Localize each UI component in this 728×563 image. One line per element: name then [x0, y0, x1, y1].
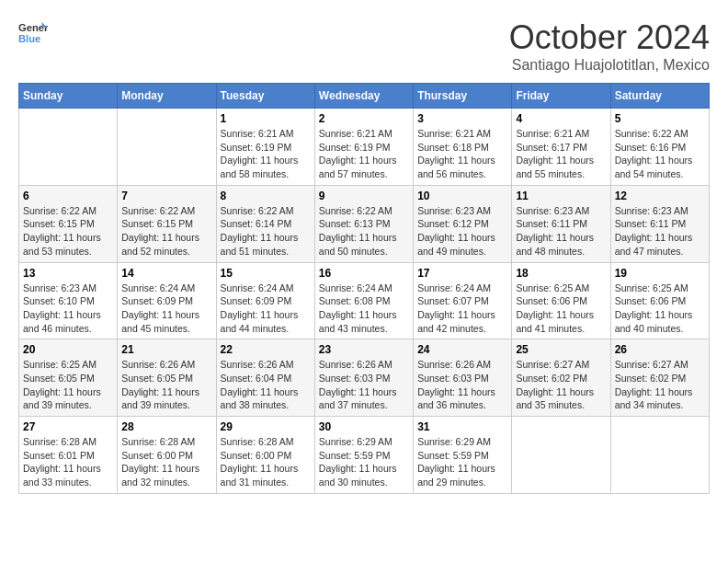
- calendar-week-row: 1 Sunrise: 6:21 AM Sunset: 6:19 PM Dayli…: [19, 109, 710, 186]
- weekday-header-row: SundayMondayTuesdayWednesdayThursdayFrid…: [19, 84, 710, 109]
- daylight-text: Daylight: 11 hours and 52 minutes.: [121, 232, 199, 257]
- calendar-cell: 4 Sunrise: 6:21 AM Sunset: 6:17 PM Dayli…: [512, 109, 610, 186]
- calendar-week-row: 13 Sunrise: 6:23 AM Sunset: 6:10 PM Dayl…: [19, 262, 710, 339]
- sunset-text: Sunset: 6:18 PM: [417, 142, 489, 153]
- day-info: Sunrise: 6:28 AM Sunset: 6:01 PM Dayligh…: [23, 435, 113, 489]
- day-info: Sunrise: 6:23 AM Sunset: 6:11 PM Dayligh…: [516, 204, 606, 259]
- daylight-text: Daylight: 11 hours and 47 minutes.: [615, 232, 693, 257]
- weekday-header: Saturday: [610, 84, 709, 109]
- sunrise-text: Sunrise: 6:21 AM: [221, 128, 294, 139]
- sunrise-text: Sunrise: 6:21 AM: [516, 128, 589, 139]
- daylight-text: Daylight: 11 hours and 30 minutes.: [319, 463, 397, 488]
- calendar-cell: [512, 417, 610, 494]
- day-info: Sunrise: 6:21 AM Sunset: 6:19 PM Dayligh…: [221, 127, 311, 181]
- sunrise-text: Sunrise: 6:26 AM: [221, 359, 294, 370]
- sunset-text: Sunset: 6:07 PM: [417, 295, 489, 306]
- calendar-cell: [118, 109, 216, 186]
- weekday-header: Thursday: [414, 84, 512, 109]
- sunset-text: Sunset: 5:59 PM: [417, 450, 489, 461]
- daylight-text: Daylight: 11 hours and 45 minutes.: [121, 309, 199, 334]
- sunset-text: Sunset: 6:16 PM: [615, 142, 687, 153]
- day-number: 17: [417, 267, 507, 280]
- day-number: 20: [23, 343, 113, 356]
- sunset-text: Sunset: 6:06 PM: [516, 295, 587, 306]
- sunset-text: Sunset: 6:03 PM: [417, 373, 489, 384]
- calendar-cell: 6 Sunrise: 6:22 AM Sunset: 6:15 PM Dayli…: [19, 185, 118, 262]
- sunrise-text: Sunrise: 6:26 AM: [319, 359, 392, 370]
- day-info: Sunrise: 6:23 AM Sunset: 6:12 PM Dayligh…: [417, 204, 507, 259]
- daylight-text: Daylight: 11 hours and 50 minutes.: [319, 232, 397, 257]
- day-number: 25: [516, 343, 606, 356]
- day-number: 16: [319, 267, 409, 280]
- day-info: Sunrise: 6:22 AM Sunset: 6:15 PM Dayligh…: [23, 204, 113, 259]
- sunrise-text: Sunrise: 6:21 AM: [417, 128, 491, 139]
- sunrise-text: Sunrise: 6:29 AM: [319, 436, 392, 447]
- calendar-cell: 27 Sunrise: 6:28 AM Sunset: 6:01 PM Dayl…: [19, 417, 118, 494]
- sunset-text: Sunset: 6:02 PM: [516, 373, 587, 384]
- calendar-cell: 19 Sunrise: 6:25 AM Sunset: 6:06 PM Dayl…: [610, 262, 709, 339]
- daylight-text: Daylight: 11 hours and 55 minutes.: [516, 155, 594, 179]
- day-info: Sunrise: 6:23 AM Sunset: 6:11 PM Dayligh…: [615, 204, 705, 259]
- day-info: Sunrise: 6:23 AM Sunset: 6:10 PM Dayligh…: [23, 282, 113, 336]
- calendar-cell: 24 Sunrise: 6:26 AM Sunset: 6:03 PM Dayl…: [414, 339, 512, 417]
- daylight-text: Daylight: 11 hours and 34 minutes.: [615, 386, 693, 411]
- sunset-text: Sunset: 6:11 PM: [516, 218, 587, 229]
- sunset-text: Sunset: 6:02 PM: [615, 373, 687, 384]
- sunset-text: Sunset: 6:15 PM: [23, 218, 95, 229]
- calendar-cell: 15 Sunrise: 6:24 AM Sunset: 6:09 PM Dayl…: [216, 262, 314, 339]
- sunset-text: Sunset: 5:59 PM: [319, 450, 391, 461]
- sunset-text: Sunset: 6:09 PM: [121, 295, 193, 306]
- calendar-cell: 10 Sunrise: 6:23 AM Sunset: 6:12 PM Dayl…: [414, 185, 512, 262]
- sunrise-text: Sunrise: 6:28 AM: [23, 436, 97, 447]
- daylight-text: Daylight: 11 hours and 53 minutes.: [23, 232, 101, 257]
- day-info: Sunrise: 6:28 AM Sunset: 6:00 PM Dayligh…: [221, 435, 311, 489]
- calendar-cell: 12 Sunrise: 6:23 AM Sunset: 6:11 PM Dayl…: [610, 185, 709, 262]
- day-number: 1: [221, 112, 311, 125]
- daylight-text: Daylight: 11 hours and 58 minutes.: [221, 155, 299, 179]
- calendar-cell: 25 Sunrise: 6:27 AM Sunset: 6:02 PM Dayl…: [512, 339, 610, 417]
- calendar-cell: 11 Sunrise: 6:23 AM Sunset: 6:11 PM Dayl…: [512, 185, 610, 262]
- daylight-text: Daylight: 11 hours and 46 minutes.: [23, 309, 101, 334]
- calendar-cell: 26 Sunrise: 6:27 AM Sunset: 6:02 PM Dayl…: [610, 339, 709, 417]
- calendar-cell: 16 Sunrise: 6:24 AM Sunset: 6:08 PM Dayl…: [314, 262, 413, 339]
- calendar-cell: 17 Sunrise: 6:24 AM Sunset: 6:07 PM Dayl…: [414, 262, 512, 339]
- day-info: Sunrise: 6:21 AM Sunset: 6:19 PM Dayligh…: [319, 127, 409, 181]
- day-number: 30: [319, 420, 409, 433]
- month-title: October 2024: [509, 18, 710, 57]
- sunset-text: Sunset: 6:11 PM: [615, 218, 687, 229]
- sunrise-text: Sunrise: 6:29 AM: [417, 436, 491, 447]
- day-number: 29: [221, 420, 311, 433]
- day-number: 2: [319, 112, 409, 125]
- sunrise-text: Sunrise: 6:22 AM: [615, 128, 688, 139]
- daylight-text: Daylight: 11 hours and 39 minutes.: [23, 386, 101, 411]
- day-number: 12: [615, 190, 705, 202]
- day-info: Sunrise: 6:22 AM Sunset: 6:16 PM Dayligh…: [615, 127, 705, 181]
- calendar-cell: [610, 417, 709, 494]
- day-number: 22: [221, 343, 311, 356]
- day-info: Sunrise: 6:24 AM Sunset: 6:07 PM Dayligh…: [417, 282, 507, 336]
- day-info: Sunrise: 6:26 AM Sunset: 6:04 PM Dayligh…: [221, 358, 311, 412]
- daylight-text: Daylight: 11 hours and 51 minutes.: [221, 232, 299, 257]
- sunset-text: Sunset: 6:03 PM: [319, 373, 391, 384]
- calendar-cell: 3 Sunrise: 6:21 AM Sunset: 6:18 PM Dayli…: [414, 109, 512, 186]
- day-info: Sunrise: 6:25 AM Sunset: 6:06 PM Dayligh…: [615, 282, 705, 336]
- day-number: 8: [221, 190, 311, 202]
- day-info: Sunrise: 6:22 AM Sunset: 6:14 PM Dayligh…: [221, 204, 311, 259]
- sunset-text: Sunset: 6:05 PM: [23, 373, 95, 384]
- day-number: 24: [417, 343, 507, 356]
- daylight-text: Daylight: 11 hours and 54 minutes.: [615, 155, 693, 179]
- day-info: Sunrise: 6:27 AM Sunset: 6:02 PM Dayligh…: [615, 358, 705, 412]
- calendar-table: SundayMondayTuesdayWednesdayThursdayFrid…: [18, 83, 710, 494]
- day-number: 7: [121, 190, 211, 202]
- day-info: Sunrise: 6:24 AM Sunset: 6:09 PM Dayligh…: [121, 282, 211, 336]
- calendar-cell: 20 Sunrise: 6:25 AM Sunset: 6:05 PM Dayl…: [19, 339, 118, 417]
- sunrise-text: Sunrise: 6:22 AM: [121, 205, 195, 216]
- sunset-text: Sunset: 6:04 PM: [221, 373, 292, 384]
- sunrise-text: Sunrise: 6:23 AM: [516, 205, 589, 216]
- day-info: Sunrise: 6:26 AM Sunset: 6:05 PM Dayligh…: [121, 358, 211, 412]
- location-subtitle: Santiago Huajolotitlan, Mexico: [509, 57, 710, 74]
- daylight-text: Daylight: 11 hours and 43 minutes.: [319, 309, 397, 334]
- sunrise-text: Sunrise: 6:22 AM: [319, 205, 392, 216]
- day-number: 27: [23, 420, 113, 433]
- day-info: Sunrise: 6:26 AM Sunset: 6:03 PM Dayligh…: [319, 358, 409, 412]
